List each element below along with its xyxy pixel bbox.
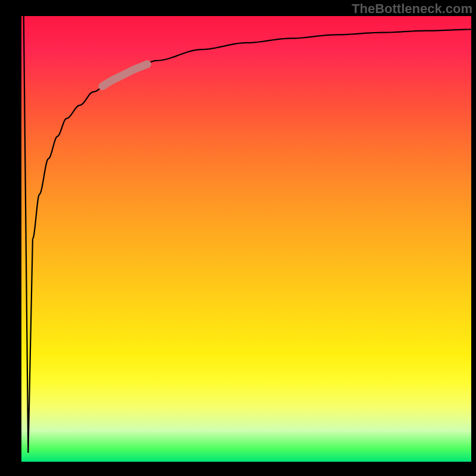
- attribution-text: TheBottleneck.com: [352, 1, 472, 17]
- curve-layer: [21, 16, 471, 462]
- highlight-segment: [102, 64, 148, 86]
- curve-main: [33, 29, 471, 239]
- curve-spike: [24, 16, 33, 453]
- plot-area: [21, 16, 471, 462]
